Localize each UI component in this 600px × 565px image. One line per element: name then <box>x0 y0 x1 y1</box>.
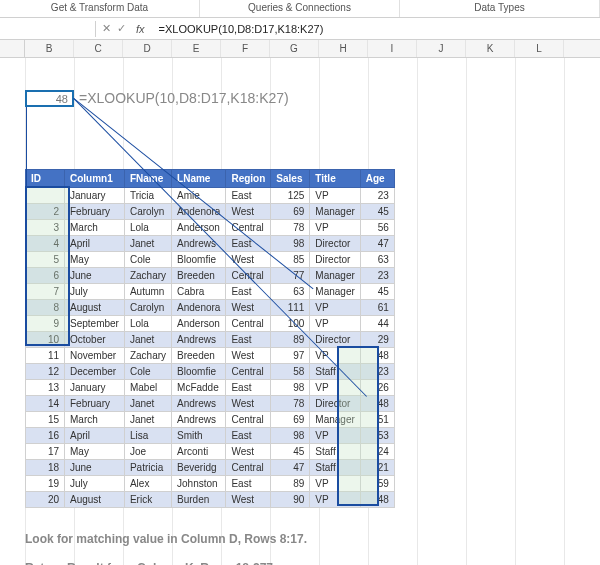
cell[interactable]: Andenora <box>172 300 226 316</box>
cell[interactable]: 3 <box>26 220 65 236</box>
cell[interactable]: 44 <box>360 316 394 332</box>
cell[interactable]: Staff <box>310 460 360 476</box>
cell[interactable]: Zachary <box>124 348 171 364</box>
col-header[interactable]: L <box>515 40 564 57</box>
cell[interactable]: VP <box>310 300 360 316</box>
col-header[interactable]: E <box>172 40 221 57</box>
cell[interactable]: 89 <box>271 476 310 492</box>
cell[interactable]: September <box>65 316 125 332</box>
cell[interactable]: November <box>65 348 125 364</box>
cell[interactable]: Anderson <box>172 220 226 236</box>
th-region[interactable]: Region <box>226 170 271 188</box>
cell[interactable]: 10 <box>26 332 65 348</box>
th-id[interactable]: ID <box>26 170 65 188</box>
select-all-corner[interactable] <box>0 40 25 57</box>
col-header[interactable]: F <box>221 40 270 57</box>
cell[interactable]: East <box>226 188 271 204</box>
cell[interactable]: 23 <box>360 268 394 284</box>
cell[interactable]: 23 <box>360 188 394 204</box>
cell[interactable]: 98 <box>271 236 310 252</box>
cell[interactable]: 2 <box>26 204 65 220</box>
table-row[interactable]: 4AprilJanetAndrewsEast98Director47 <box>26 236 395 252</box>
cell[interactable]: Janet <box>124 332 171 348</box>
cell[interactable]: December <box>65 364 125 380</box>
cell[interactable]: 90 <box>271 492 310 508</box>
cell[interactable]: 8 <box>26 300 65 316</box>
cell[interactable]: Breeden <box>172 268 226 284</box>
cell[interactable]: 61 <box>360 300 394 316</box>
cell[interactable]: East <box>226 236 271 252</box>
cell[interactable]: 11 <box>26 348 65 364</box>
cell[interactable]: 48 <box>360 492 394 508</box>
cell[interactable]: 7 <box>26 284 65 300</box>
cell[interactable]: 69 <box>271 412 310 428</box>
cell[interactable]: Central <box>226 364 271 380</box>
table-row[interactable]: 8AugustCarolynAndenoraWest111VP61 <box>26 300 395 316</box>
cell[interactable]: 12 <box>26 364 65 380</box>
cell[interactable]: February <box>65 204 125 220</box>
table-row[interactable]: 9SeptemberLolaAndersonCentral100VP44 <box>26 316 395 332</box>
cell[interactable]: Andrews <box>172 236 226 252</box>
table-row[interactable]: 5MayColeBloomfieWest85Director63 <box>26 252 395 268</box>
cell[interactable]: Central <box>226 316 271 332</box>
cell[interactable]: 17 <box>26 444 65 460</box>
cell[interactable]: West <box>226 348 271 364</box>
cell[interactable]: Anderson <box>172 316 226 332</box>
cell[interactable]: 100 <box>271 316 310 332</box>
table-row[interactable]: 12DecemberColeBloomfieCentral58Staff23 <box>26 364 395 380</box>
cell[interactable]: Andrews <box>172 332 226 348</box>
cell[interactable]: Cabra <box>172 284 226 300</box>
cell[interactable]: Patricia <box>124 460 171 476</box>
cell[interactable]: 98 <box>271 428 310 444</box>
table-row[interactable]: JanuaryTriciaAmieEast125VP23 <box>26 188 395 204</box>
cell[interactable]: East <box>226 428 271 444</box>
cell[interactable]: VP <box>310 428 360 444</box>
table-row[interactable]: 20AugustErickBurdenWest90VP48 <box>26 492 395 508</box>
cell[interactable]: 63 <box>271 284 310 300</box>
active-cell[interactable]: 48 <box>25 90 74 107</box>
col-header[interactable]: K <box>466 40 515 57</box>
cell[interactable]: 29 <box>360 332 394 348</box>
cell[interactable]: Lola <box>124 316 171 332</box>
table-row[interactable]: 19JulyAlexJohnstonEast89VP59 <box>26 476 395 492</box>
th-column1[interactable]: Column1 <box>65 170 125 188</box>
cell[interactable]: Janet <box>124 236 171 252</box>
cell[interactable]: Central <box>226 412 271 428</box>
cell[interactable]: 69 <box>271 204 310 220</box>
cell[interactable]: 58 <box>271 364 310 380</box>
cell[interactable]: 23 <box>360 364 394 380</box>
cell[interactable]: 53 <box>360 428 394 444</box>
cell[interactable]: Manager <box>310 268 360 284</box>
cell[interactable]: March <box>65 412 125 428</box>
cell[interactable]: 24 <box>360 444 394 460</box>
formula-input[interactable] <box>155 23 600 35</box>
cell[interactable]: Erick <box>124 492 171 508</box>
table-row[interactable]: 10OctoberJanetAndrewsEast89Director29 <box>26 332 395 348</box>
cell[interactable]: 15 <box>26 412 65 428</box>
fx-icon[interactable]: fx <box>136 23 145 35</box>
cell[interactable]: 13 <box>26 380 65 396</box>
cell[interactable]: Tricia <box>124 188 171 204</box>
cell[interactable]: VP <box>310 188 360 204</box>
cell[interactable]: 4 <box>26 236 65 252</box>
th-title[interactable]: Title <box>310 170 360 188</box>
table-row[interactable]: 17MayJoeArcontiWest45Staff24 <box>26 444 395 460</box>
cell[interactable]: Johnston <box>172 476 226 492</box>
cell[interactable]: Lola <box>124 220 171 236</box>
cell[interactable]: 45 <box>271 444 310 460</box>
cell[interactable]: Joe <box>124 444 171 460</box>
th-fname[interactable]: FName <box>124 170 171 188</box>
cell[interactable]: Andrews <box>172 396 226 412</box>
cell[interactable]: 97 <box>271 348 310 364</box>
cell[interactable]: Bloomfie <box>172 252 226 268</box>
cell[interactable]: Carolyn <box>124 204 171 220</box>
cell[interactable]: Director <box>310 396 360 412</box>
cell[interactable]: Zachary <box>124 268 171 284</box>
cell[interactable]: 111 <box>271 300 310 316</box>
cell[interactable]: 56 <box>360 220 394 236</box>
cell[interactable]: Andrews <box>172 412 226 428</box>
cell[interactable]: 78 <box>271 220 310 236</box>
cell[interactable]: 45 <box>360 284 394 300</box>
cell[interactable]: 48 <box>360 396 394 412</box>
cell[interactable]: February <box>65 396 125 412</box>
